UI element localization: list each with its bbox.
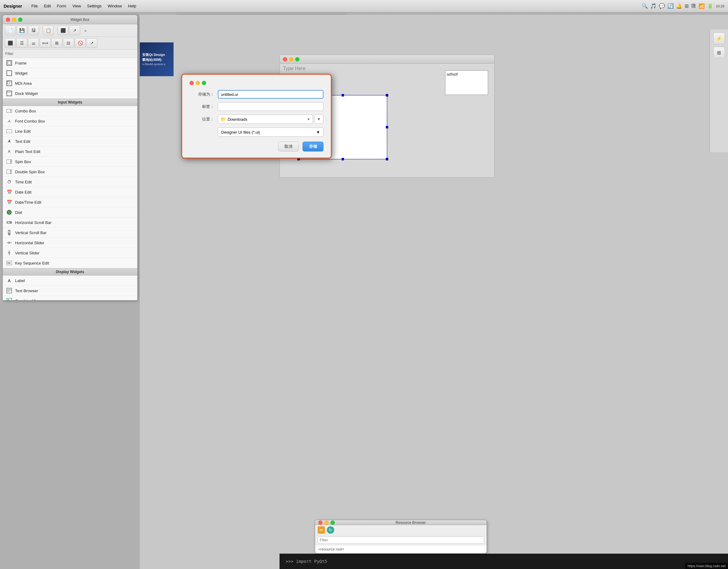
list-item-frame[interactable]: Frame bbox=[3, 58, 137, 68]
list-item-mdi-area[interactable]: MDI Area bbox=[3, 78, 137, 88]
minimize-button[interactable] bbox=[12, 18, 16, 22]
menu-form[interactable]: Form bbox=[54, 2, 69, 10]
menu-window[interactable]: Window bbox=[105, 2, 125, 10]
arrange-button[interactable]: ↗ bbox=[69, 26, 80, 35]
new-button[interactable]: 📄 bbox=[5, 26, 16, 35]
rb-refresh-button[interactable]: ↻ bbox=[327, 526, 334, 534]
tb2-btn1[interactable]: ⬛ bbox=[5, 38, 16, 48]
list-item-font-combo-box[interactable]: A Font Combo Box bbox=[3, 116, 137, 126]
list-item-label[interactable]: A Label bbox=[3, 276, 137, 286]
location-expand-button[interactable]: ▼ bbox=[314, 115, 323, 124]
rb-minimize[interactable] bbox=[324, 520, 329, 525]
refresh-icon: 🔄 bbox=[667, 3, 674, 9]
spin-box-icon: ▲▼ bbox=[6, 158, 13, 165]
section-input-widgets: Input Widgets bbox=[3, 99, 137, 106]
v-scrollbar-icon bbox=[6, 229, 13, 236]
tag-input[interactable] bbox=[218, 102, 323, 111]
dialog-close[interactable] bbox=[190, 81, 194, 85]
list-item-double-spin-box[interactable]: Double Spin Box bbox=[3, 167, 137, 177]
form-minimize[interactable] bbox=[289, 57, 293, 61]
list-item-h-slider[interactable]: Horizontal Slider bbox=[3, 238, 137, 248]
close-button[interactable] bbox=[6, 18, 10, 22]
list-item-datetime-edit[interactable]: 📅 Date/Time Edit bbox=[3, 197, 137, 207]
tb2-btn5[interactable]: ⊞ bbox=[51, 38, 62, 48]
location-text: Downloads bbox=[228, 117, 307, 122]
menu-help[interactable]: Help bbox=[125, 2, 139, 10]
dialog-buttons: 取消 存储 bbox=[190, 142, 323, 151]
handle-tr[interactable] bbox=[386, 94, 388, 96]
location-dropdown[interactable]: 📁 Downloads ▼ bbox=[218, 115, 313, 124]
form-maximize[interactable] bbox=[295, 57, 299, 61]
svg-rect-10 bbox=[6, 129, 12, 133]
rp-grid-icon[interactable]: ⊞ bbox=[713, 47, 725, 58]
rp-lightning-icon[interactable]: ⚡ bbox=[713, 33, 725, 44]
grid-icon: ⊞ bbox=[685, 3, 689, 9]
combo-box-icon: ▼ bbox=[6, 108, 13, 114]
rb-maximize[interactable] bbox=[331, 520, 335, 525]
list-item-key-seq-edit[interactable]: ⌨ Key Sequence Edit bbox=[3, 258, 137, 268]
filter-label: Filter bbox=[5, 52, 14, 56]
list-item-text-browser[interactable]: Text Browser bbox=[3, 286, 137, 296]
list-item-v-slider[interactable]: Vertical Slider bbox=[3, 248, 137, 258]
tb2-btn7[interactable]: 🚫 bbox=[75, 38, 86, 48]
tb2-btn6[interactable]: ⊟ bbox=[63, 38, 74, 48]
time-edit-label: Time Edit bbox=[15, 180, 32, 184]
dropdown-arrow-icon: ▼ bbox=[307, 117, 310, 121]
rb-close[interactable] bbox=[318, 520, 323, 525]
rb-filter-input[interactable] bbox=[318, 536, 484, 544]
handle-mr[interactable] bbox=[386, 126, 388, 128]
key-seq-edit-icon: ⌨ bbox=[6, 260, 13, 266]
list-item-date-edit[interactable]: 📅 Date Edit bbox=[3, 187, 137, 197]
list-item-widget[interactable]: Widget bbox=[3, 68, 137, 78]
frame-button[interactable]: ⬛ bbox=[57, 26, 68, 35]
list-item-spin-box[interactable]: ▲▼ Spin Box bbox=[3, 157, 137, 167]
save-button[interactable]: 存储 bbox=[303, 142, 323, 151]
dialog-minimize[interactable] bbox=[196, 81, 200, 85]
copy-button[interactable]: 📋 bbox=[43, 26, 54, 35]
svg-rect-0 bbox=[7, 61, 12, 65]
rb-edit-button[interactable]: ✏ bbox=[318, 526, 325, 534]
list-item-dial[interactable]: Dial bbox=[3, 207, 137, 218]
mdi-area-icon bbox=[6, 80, 13, 87]
v-slider-label: Vertical Slider bbox=[15, 251, 39, 255]
chat-icon: 💬 bbox=[659, 3, 665, 9]
filetype-dropdown[interactable]: Designer UI files (*.ui) ▼ bbox=[218, 128, 323, 137]
handle-br[interactable] bbox=[386, 158, 388, 160]
svg-rect-1 bbox=[8, 61, 11, 65]
folder-icon: 📁 bbox=[221, 117, 226, 122]
csdn-link[interactable]: https://xiaxi.blog.csdn.net bbox=[685, 563, 728, 569]
expand-button[interactable]: » bbox=[81, 26, 90, 35]
saveas-input[interactable] bbox=[218, 90, 323, 99]
v-slider-icon bbox=[6, 249, 13, 256]
form-close[interactable] bbox=[283, 57, 287, 61]
save-tb-button[interactable]: 🖫 bbox=[28, 26, 39, 35]
wifi-icon: 📶 bbox=[699, 3, 705, 9]
list-item-plain-text-edit[interactable]: A Plain Text Edit bbox=[3, 147, 137, 157]
list-item-time-edit[interactable]: ⏱ Time Edit bbox=[3, 177, 137, 187]
menu-file[interactable]: File bbox=[28, 2, 41, 10]
date-edit-label: Date Edit bbox=[15, 190, 31, 194]
handle-bm[interactable] bbox=[342, 158, 344, 160]
cancel-button[interactable]: 取消 bbox=[278, 142, 299, 151]
list-item-graphics-view[interactable]: Graphics View bbox=[3, 296, 137, 300]
list-item-text-edit[interactable]: A Text Edit bbox=[3, 136, 137, 147]
handle-tm[interactable] bbox=[342, 94, 344, 96]
menu-settings[interactable]: Settings bbox=[84, 2, 105, 10]
list-item-h-scrollbar[interactable]: Horizontal Scroll Bar bbox=[3, 218, 137, 228]
dialog-location-row: 位置： 📁 Downloads ▼ ▼ bbox=[190, 115, 323, 124]
list-item-dock-widget[interactable]: Dock Widget bbox=[3, 88, 137, 99]
canvas-widget-1[interactable]: adfadf bbox=[445, 70, 488, 95]
list-item-v-scrollbar[interactable]: Vertical Scroll Bar bbox=[3, 228, 137, 238]
open-button[interactable]: 💾 bbox=[16, 26, 27, 35]
tb2-btn8[interactable]: ↗ bbox=[86, 38, 97, 48]
dialog-maximize[interactable] bbox=[202, 81, 206, 85]
label-icon: A bbox=[6, 277, 13, 284]
menu-edit[interactable]: Edit bbox=[41, 2, 54, 10]
menu-view[interactable]: View bbox=[69, 2, 84, 10]
tb2-btn3[interactable]: ⚌ bbox=[28, 38, 39, 48]
list-item-line-edit[interactable]: Line Edit bbox=[3, 126, 137, 136]
maximize-button[interactable] bbox=[18, 18, 22, 22]
list-item-combo-box[interactable]: ▼ Combo Box bbox=[3, 106, 137, 116]
tb2-btn4[interactable]: ⟺ bbox=[40, 38, 51, 48]
tb2-btn2[interactable]: ☰ bbox=[16, 38, 27, 48]
